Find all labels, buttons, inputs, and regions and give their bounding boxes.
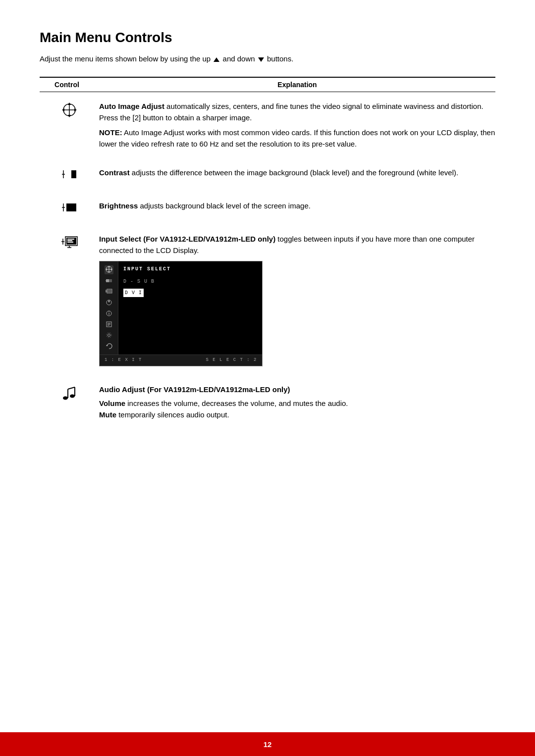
osd-icon-inputsel (106, 288, 112, 296)
table-row: Contrast adjusts the difference between … (40, 158, 495, 192)
osd-footer-select: S E L E C T : 2 (206, 357, 257, 364)
auto-image-bold: Auto Image Adjust (99, 102, 164, 110)
osd-icon-color (106, 299, 112, 307)
osd-title: INPUT SELECT (123, 265, 257, 273)
auto-image-icon-cell (40, 92, 99, 159)
brightness-icon-cell (40, 192, 99, 225)
auto-image-adjust-icon (59, 101, 79, 122)
intro-text-before: Adjust the menu items shown below by usi… (40, 54, 211, 63)
svg-point-39 (108, 311, 109, 312)
contrast-text: adjusts the difference between the image… (130, 168, 458, 177)
svg-point-49 (70, 394, 75, 398)
brightness-description: Brightness adjusts background black leve… (99, 192, 495, 225)
svg-rect-10 (66, 170, 71, 178)
svg-point-48 (63, 396, 68, 400)
page-number: 12 (264, 740, 272, 749)
svg-line-52 (68, 387, 75, 389)
osd-icons-column (100, 261, 118, 354)
audio-icon-cell (40, 375, 99, 430)
svg-rect-13 (66, 203, 76, 211)
intro-text-and-down: and down (223, 54, 255, 63)
osd-icon-contrast (106, 277, 112, 285)
table-row: Auto Image Adjust automatically sizes, c… (40, 92, 495, 159)
auto-image-note-text: Auto Image Adjust works with most common… (99, 128, 495, 148)
mute-bold: Mute (99, 410, 116, 419)
svg-rect-18 (67, 239, 74, 240)
audio-bold: Audio Adjust (For VA1912m-LED/VA1912ma-L… (99, 385, 290, 394)
table-header-row: Control Explanation (40, 77, 495, 92)
volume-text: increases the volume, decreases the volu… (125, 399, 348, 407)
input-select-bold: Input Select (For VA1912-LED/VA1912m-LED… (99, 235, 275, 243)
svg-rect-34 (107, 290, 111, 293)
input-select-description: Input Select (For VA1912-LED/VA1912m-LED… (99, 225, 495, 375)
controls-table: Control Explanation (40, 77, 495, 429)
osd-icon-info (106, 310, 112, 318)
auto-image-note-bold: NOTE: (99, 128, 122, 137)
intro-text-end: buttons. (267, 54, 293, 63)
osd-content: INPUT SELECT D - S U B D V I (118, 261, 262, 354)
volume-bold: Volume (99, 399, 125, 407)
audio-adjust-icon (59, 395, 79, 403)
contrast-description: Contrast adjusts the difference between … (99, 158, 495, 192)
audio-description: Audio Adjust (For VA1912m-LED/VA1912ma-L… (99, 375, 495, 430)
table-row: Audio Adjust (For VA1912m-LED/VA1912ma-L… (40, 375, 495, 430)
auto-image-description: Auto Image Adjust automatically sizes, c… (99, 92, 495, 159)
input-select-icon (59, 243, 79, 251)
header-explanation: Explanation (99, 77, 495, 92)
osd-icon-reset (106, 343, 112, 351)
svg-rect-19 (67, 240, 72, 241)
osd-footer-exit: 1 : E X I T (105, 357, 142, 364)
table-row: Brightness adjusts background black leve… (40, 192, 495, 225)
svg-point-46 (107, 333, 111, 338)
osd-icon-input (105, 265, 113, 274)
table-row: Input Select (For VA1912-LED/VA1912m-LED… (40, 225, 495, 375)
input-select-icon-cell (40, 225, 99, 375)
svg-rect-20 (67, 242, 73, 243)
mute-text: temporarily silences audio output. (116, 410, 229, 419)
header-control: Control (40, 77, 99, 92)
osd-icon-settings (106, 332, 112, 340)
svg-point-45 (107, 334, 110, 337)
osd-footer: 1 : E X I T S E L E C T : 2 (100, 354, 262, 366)
page-footer: 12 (0, 732, 535, 756)
brightness-bold: Brightness (99, 202, 138, 210)
contrast-bold: Contrast (99, 168, 130, 177)
contrast-icon-cell (40, 158, 99, 192)
intro-paragraph: Adjust the menu items shown below by usi… (40, 54, 495, 63)
arrow-down-icon (258, 57, 264, 62)
brightness-text: adjusts background black level of the sc… (138, 202, 311, 210)
osd-screenshot: INPUT SELECT D - S U B D V I 1 : E X I T… (99, 261, 263, 366)
osd-option-dvi: D V I (123, 289, 144, 297)
osd-option-dsub: D - S U B (123, 278, 257, 285)
arrow-up-icon (214, 57, 219, 62)
osd-icon-manual (106, 321, 112, 329)
page-title: Main Menu Controls (40, 30, 495, 46)
brightness-icon (60, 207, 79, 216)
contrast-icon (60, 174, 79, 183)
